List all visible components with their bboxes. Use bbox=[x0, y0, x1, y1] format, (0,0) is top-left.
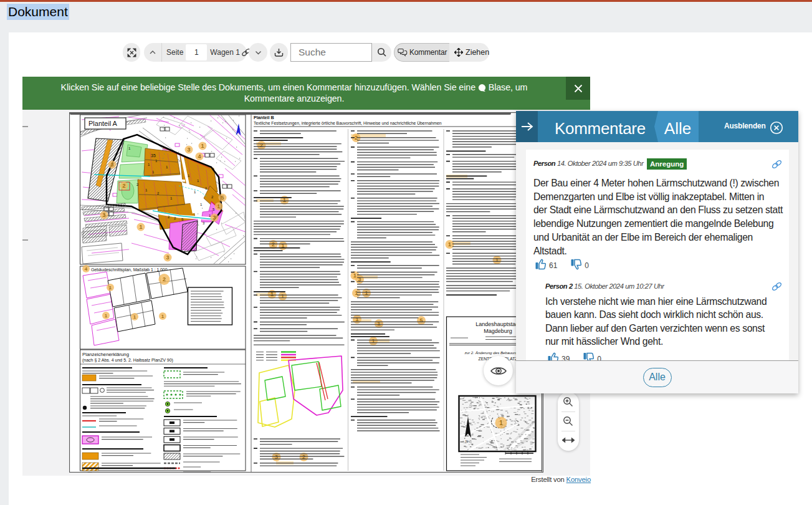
svg-text:1: 1 bbox=[105, 313, 108, 319]
svg-text:3: 3 bbox=[187, 147, 190, 153]
svg-text:Gebäudeschnittsplan, Maßstab 1: Gebäudeschnittsplan, Maßstab 1 : 1 000 bbox=[91, 267, 168, 272]
svg-text:1: 1 bbox=[270, 291, 274, 297]
svg-text:2: 2 bbox=[272, 241, 275, 248]
svg-text:1: 1 bbox=[161, 314, 165, 319]
svg-text:N: N bbox=[466, 440, 468, 443]
svg-text:2: 2 bbox=[122, 183, 125, 189]
svg-text:3: 3 bbox=[166, 254, 169, 261]
svg-text:2: 2 bbox=[163, 276, 166, 282]
svg-text:Landeshauptstadt: Landeshauptstadt bbox=[475, 321, 520, 327]
svg-text:3: 3 bbox=[110, 161, 113, 168]
svg-text:1: 1 bbox=[283, 197, 286, 203]
svg-text:(nach § 2 Abs. 4 und 5. 2. Hal: (nach § 2 Abs. 4 und 5. 2. Halbsatz Plan… bbox=[82, 358, 173, 363]
svg-text:Planzeichenerklärung: Planzeichenerklärung bbox=[82, 352, 129, 357]
svg-text:1: 1 bbox=[201, 143, 204, 149]
svg-text:3: 3 bbox=[213, 214, 216, 221]
svg-text:1: 1 bbox=[133, 314, 136, 320]
svg-text:Textliche Festsetzungen, integ: Textliche Festsetzungen, integrierte ört… bbox=[254, 121, 442, 126]
svg-text:5: 5 bbox=[221, 195, 224, 201]
svg-text:4: 4 bbox=[85, 266, 88, 272]
svg-text:1: 1 bbox=[281, 293, 284, 299]
svg-text:1: 1 bbox=[495, 257, 499, 263]
svg-text:3: 3 bbox=[102, 212, 105, 218]
svg-text:35: 35 bbox=[151, 153, 156, 158]
svg-text:Planteil B: Planteil B bbox=[254, 115, 274, 120]
svg-text:Magdeburg: Magdeburg bbox=[484, 328, 512, 334]
svg-text:1: 1 bbox=[217, 203, 220, 209]
svg-text:1: 1 bbox=[109, 285, 112, 291]
svg-text:1: 1 bbox=[499, 420, 503, 426]
svg-text:4: 4 bbox=[198, 153, 201, 160]
svg-text:Planteil A: Planteil A bbox=[88, 120, 118, 127]
svg-text:1: 1 bbox=[371, 338, 375, 344]
svg-text:1: 1 bbox=[448, 241, 451, 248]
svg-text:2: 2 bbox=[260, 142, 263, 148]
svg-text:1: 1 bbox=[139, 224, 142, 230]
svg-text:5: 5 bbox=[419, 317, 423, 324]
